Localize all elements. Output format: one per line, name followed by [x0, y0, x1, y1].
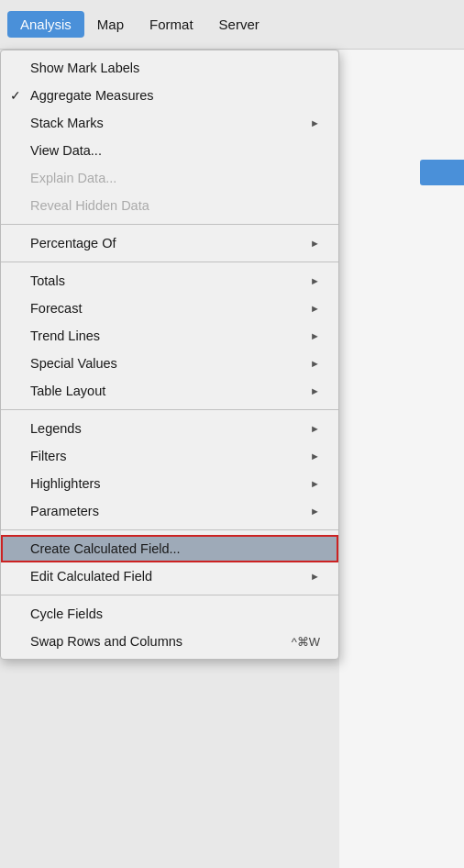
arrow-icon: ► [310, 451, 320, 462]
arrow-icon: ► [310, 478, 320, 489]
menu-item-stack-marks[interactable]: Stack Marks ► [1, 109, 338, 137]
analysis-dropdown: Show Mark Labels Aggregate Measures Stac… [0, 50, 339, 660]
menu-item-highlighters[interactable]: Highlighters ► [1, 470, 338, 497]
arrow-icon: ► [310, 506, 320, 517]
menu-item-view-data[interactable]: View Data... [1, 137, 338, 164]
menu-item-forecast[interactable]: Forecast ► [1, 295, 338, 322]
menu-item-trend-lines[interactable]: Trend Lines ► [1, 322, 338, 350]
arrow-icon: ► [310, 358, 320, 369]
menu-bar-analysis[interactable]: Analysis [7, 11, 84, 38]
arrow-icon: ► [310, 238, 320, 249]
arrow-icon: ► [310, 117, 320, 128]
menu-item-filters[interactable]: Filters ► [1, 442, 338, 470]
menu-item-legends[interactable]: Legends ► [1, 415, 338, 442]
menu-item-cycle-fields[interactable]: Cycle Fields [1, 600, 338, 628]
separator-3 [1, 409, 338, 410]
menu-item-special-values[interactable]: Special Values ► [1, 350, 338, 377]
separator-2 [1, 262, 338, 262]
arrow-icon: ► [310, 385, 320, 396]
arrow-icon: ► [310, 423, 320, 434]
menu-item-percentage-of[interactable]: Percentage Of ► [1, 229, 338, 257]
menu-bar: Analysis Map Format Server [0, 0, 464, 50]
menu-item-explain-data: Explain Data... [1, 164, 338, 192]
separator-1 [1, 224, 338, 225]
menu-item-totals[interactable]: Totals ► [1, 267, 338, 295]
menu-item-aggregate-measures[interactable]: Aggregate Measures [1, 82, 338, 109]
menu-item-show-mark-labels[interactable]: Show Mark Labels [1, 54, 338, 82]
menu-bar-map[interactable]: Map [84, 11, 137, 38]
arrow-icon: ► [310, 330, 320, 341]
menu-item-reveal-hidden-data: Reveal Hidden Data [1, 192, 338, 219]
menu-item-parameters[interactable]: Parameters ► [1, 497, 338, 525]
background-content [339, 50, 464, 868]
menu-bar-format[interactable]: Format [137, 11, 206, 38]
arrow-icon: ► [310, 571, 320, 582]
menu-bar-server[interactable]: Server [206, 11, 272, 38]
menu-item-table-layout[interactable]: Table Layout ► [1, 377, 338, 405]
separator-5 [1, 595, 338, 595]
separator-4 [1, 529, 338, 530]
menu-item-edit-calculated-field[interactable]: Edit Calculated Field ► [1, 562, 338, 590]
blue-button [420, 160, 464, 185]
arrow-icon: ► [310, 303, 320, 314]
menu-item-swap-rows-columns[interactable]: Swap Rows and Columns ^⌘W [1, 628, 338, 655]
menu-item-create-calculated-field[interactable]: Create Calculated Field... [1, 535, 338, 562]
arrow-icon: ► [310, 275, 320, 286]
